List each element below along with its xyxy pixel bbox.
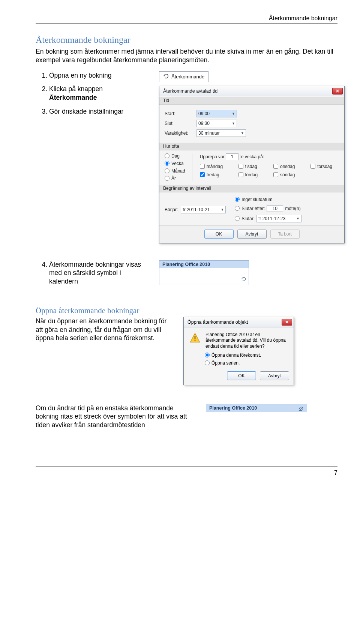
end-by-combo[interactable]: fr 2011-12-23▼ bbox=[256, 215, 302, 222]
radio-weekly-label: Vecka bbox=[171, 161, 184, 166]
check-wednesday[interactable]: onsdag bbox=[273, 164, 302, 169]
check-thursday[interactable]: torsdag bbox=[310, 164, 339, 169]
svg-rect-0 bbox=[195, 336, 196, 339]
radio-no-end-label: Inget slutdatum bbox=[242, 197, 272, 202]
check-saturday-label: lördag bbox=[245, 172, 258, 177]
check-friday-label: fredag bbox=[207, 172, 219, 177]
check-tuesday-label: tisdag bbox=[245, 164, 257, 169]
open-dialog-message: Planering Office 2010 är en återkommande… bbox=[206, 332, 288, 350]
radio-no-end[interactable]: Inget slutdatum bbox=[235, 197, 302, 202]
end-time-combo[interactable]: 09:30▼ bbox=[196, 120, 237, 127]
cancel-button[interactable]: Avbryt bbox=[260, 371, 289, 380]
label-start: Start: bbox=[165, 111, 193, 116]
svg-rect-1 bbox=[195, 340, 196, 341]
page-number: 7 bbox=[36, 470, 338, 476]
step-3: Gör önskade inställningar bbox=[49, 107, 150, 116]
step-4: Återkommande bokningar visas med en särs… bbox=[49, 260, 150, 286]
intro-paragraph: En bokning som återkommer med jämna inte… bbox=[36, 47, 338, 65]
chevron-down-icon: ▼ bbox=[232, 112, 235, 116]
radio-weekly[interactable]: Vecka bbox=[165, 161, 185, 166]
check-monday-label: måndag bbox=[207, 164, 223, 169]
check-saturday[interactable]: lördag bbox=[238, 172, 264, 177]
step-2-text: Klicka på knappen bbox=[49, 85, 103, 93]
step-2-bold: Återkommande bbox=[49, 94, 97, 101]
open-recurring-dialog: Öppna återkommande objekt ✕ Planering Of… bbox=[183, 317, 294, 385]
group-pattern-title: Hur ofta bbox=[159, 142, 344, 150]
step-1: Öppna en ny bokning bbox=[49, 71, 150, 80]
group-range-title: Begränsning av intervall bbox=[159, 184, 344, 192]
recurrence-exception-icon bbox=[298, 406, 304, 413]
end-time-value: 09:30 bbox=[198, 121, 210, 126]
calendar-event-strip: Planering Office 2010 bbox=[159, 260, 249, 285]
close-icon[interactable]: ✕ bbox=[282, 319, 292, 326]
chevron-down-icon: ▼ bbox=[220, 208, 224, 212]
recurrence-dialog: Återkommande avtalad tid ✕ Tid Start: 09… bbox=[159, 86, 345, 243]
duration-combo[interactable]: 30 minuter▼ bbox=[196, 129, 246, 137]
check-thursday-label: torsdag bbox=[317, 164, 332, 169]
repeat-every-label1: Upprepa var bbox=[200, 154, 225, 159]
radio-open-series-label: Öppna serien. bbox=[212, 360, 240, 366]
check-friday[interactable]: fredag bbox=[200, 172, 230, 177]
radio-yearly[interactable]: År bbox=[165, 176, 185, 181]
recurrence-icon bbox=[241, 276, 246, 283]
radio-end-by-label: Slutar: bbox=[242, 216, 255, 221]
calendar-event-title: Planering Office 2010 bbox=[159, 261, 249, 268]
repeat-every-label2: :e vecka på: bbox=[240, 154, 264, 159]
range-start-combo[interactable]: fr 2011-10-21▼ bbox=[181, 206, 226, 213]
start-time-combo[interactable]: 09:00▼ bbox=[196, 110, 237, 117]
radio-daily-label: Dag bbox=[171, 153, 180, 159]
radio-open-occurrence[interactable]: Öppna denna förekomst. bbox=[205, 353, 288, 358]
recurrence-button-label: Återkommande bbox=[171, 74, 204, 80]
ok-button[interactable]: OK bbox=[204, 230, 234, 239]
radio-daily[interactable]: Dag bbox=[165, 153, 185, 159]
recurrence-icon bbox=[163, 73, 169, 80]
radio-open-series[interactable]: Öppna serien. bbox=[205, 360, 288, 366]
end-by-value: fr 2011-12-23 bbox=[258, 216, 285, 221]
chevron-down-icon: ▼ bbox=[296, 217, 300, 221]
radio-monthly[interactable]: Månad bbox=[165, 168, 185, 174]
start-time-value: 09:00 bbox=[198, 111, 210, 116]
radio-open-occurrence-label: Öppna denna förekomst. bbox=[212, 353, 261, 358]
section-open-title: Öppna återkommande bokningar bbox=[36, 306, 338, 315]
section-exception-body: Om du ändrar tid på en enstaka återkomma… bbox=[36, 404, 197, 429]
label-range-start: Börjar: bbox=[165, 207, 178, 212]
check-sunday[interactable]: söndag bbox=[273, 172, 302, 177]
repeat-every-number[interactable]: 1 bbox=[226, 153, 238, 160]
group-time-title: Tid bbox=[159, 96, 344, 105]
dialog-title: Återkommande avtalad tid bbox=[163, 89, 218, 94]
document-title: Återkommande bokningar bbox=[36, 35, 338, 45]
section-open-body: När du öppnar en återkommande bokning fö… bbox=[36, 317, 174, 342]
label-end: Slut: bbox=[165, 121, 193, 126]
range-start-value: fr 2011-10-21 bbox=[183, 207, 210, 212]
recurrence-toolbar-button[interactable]: Återkommande bbox=[159, 71, 208, 82]
close-icon[interactable]: ✕ bbox=[332, 88, 343, 95]
calendar-event-title: Planering Office 2010 bbox=[209, 405, 257, 411]
cancel-button[interactable]: Avbryt bbox=[237, 230, 267, 239]
check-monday[interactable]: måndag bbox=[200, 164, 230, 169]
radio-end-after[interactable]: Slutar efter: 10 möte(n) bbox=[235, 205, 302, 212]
chevron-down-icon: ▼ bbox=[232, 122, 235, 125]
page-header: Återkommande bokningar bbox=[36, 15, 338, 22]
header-rule bbox=[36, 23, 338, 24]
end-after-number[interactable]: 10 bbox=[267, 205, 283, 212]
radio-end-by[interactable]: Slutar: fr 2011-12-23▼ bbox=[235, 215, 302, 222]
radio-yearly-label: År bbox=[171, 176, 176, 181]
radio-monthly-label: Månad bbox=[171, 168, 185, 174]
duration-value: 30 minuter bbox=[198, 131, 220, 136]
open-dialog-title: Öppna återkommande objekt bbox=[188, 320, 248, 325]
warning-icon bbox=[189, 332, 201, 344]
delete-button: Ta bort bbox=[270, 230, 300, 239]
check-sunday-label: söndag bbox=[280, 172, 295, 177]
check-wednesday-label: onsdag bbox=[280, 164, 295, 169]
chevron-down-icon: ▼ bbox=[241, 131, 244, 135]
end-after-unit: möte(n) bbox=[285, 206, 300, 211]
ok-button[interactable]: OK bbox=[227, 371, 256, 380]
label-duration: Varaktighet: bbox=[165, 131, 193, 136]
footer-rule bbox=[36, 466, 338, 467]
calendar-event-strip-exception: Planering Office 2010 bbox=[206, 404, 307, 412]
step-2: Klicka på knappen Återkommande bbox=[49, 85, 150, 102]
radio-end-after-label: Slutar efter: bbox=[242, 206, 265, 211]
check-tuesday[interactable]: tisdag bbox=[238, 164, 264, 169]
